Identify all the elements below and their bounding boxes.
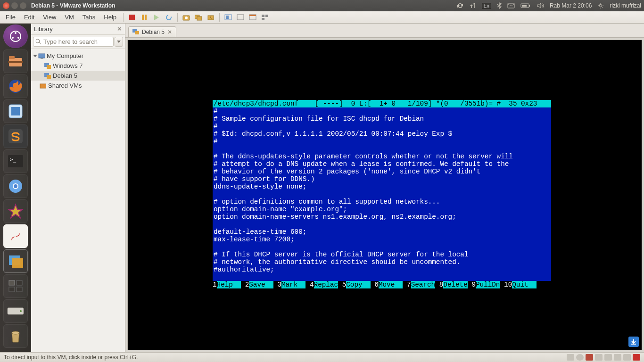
close-library-icon[interactable]: ✕ bbox=[117, 25, 122, 33]
launcher-disk[interactable] bbox=[3, 299, 28, 323]
expand-icon[interactable] bbox=[33, 55, 37, 57]
suspend-button[interactable] bbox=[139, 13, 149, 22]
device-floppy-icon[interactable] bbox=[586, 354, 593, 361]
svg-rect-8 bbox=[197, 16, 202, 20]
launcher-chromium[interactable] bbox=[3, 174, 28, 198]
play-button[interactable] bbox=[151, 13, 162, 22]
svg-rect-39 bbox=[9, 287, 15, 292]
library-title: Library bbox=[34, 25, 53, 33]
svg-rect-45 bbox=[39, 54, 45, 58]
editor-body: # # Sample configuration file for ISC dh… bbox=[213, 107, 551, 281]
launcher-firefox[interactable] bbox=[3, 74, 28, 98]
svg-rect-14 bbox=[249, 15, 256, 16]
close-tab-icon[interactable]: ✕ bbox=[167, 29, 172, 35]
battery-icon[interactable] bbox=[520, 3, 531, 8]
revert-button[interactable] bbox=[206, 13, 216, 22]
console-view-button[interactable] bbox=[248, 13, 258, 22]
svg-rect-0 bbox=[508, 3, 514, 8]
launcher-sublime[interactable] bbox=[3, 124, 28, 148]
vm-icon bbox=[44, 63, 51, 69]
tree-debian5[interactable]: Debian 5 bbox=[31, 71, 125, 81]
svg-rect-2 bbox=[529, 5, 530, 7]
tree-label: Shared VMs bbox=[48, 82, 82, 89]
svg-rect-36 bbox=[12, 258, 23, 268]
mail-icon[interactable] bbox=[507, 3, 515, 8]
menu-help[interactable]: Help bbox=[100, 12, 120, 22]
tree-windows7[interactable]: Windows 7 bbox=[31, 61, 125, 71]
launcher-pdf[interactable] bbox=[3, 224, 28, 248]
clock[interactable]: Rab Mar 2 20:06 bbox=[550, 2, 592, 9]
editor-status-line: /etc/dhcp3/dhcpd.conf [ ----] 0 L:[ 1+ 0… bbox=[213, 100, 551, 107]
tree-my-computer[interactable]: My Computer bbox=[31, 51, 125, 61]
user-menu[interactable]: rizki mufrizal bbox=[610, 2, 641, 9]
volume-icon[interactable] bbox=[537, 2, 544, 9]
tab-label: Debian 5 bbox=[142, 29, 165, 35]
restart-button[interactable] bbox=[164, 13, 174, 22]
menu-view[interactable]: View bbox=[39, 12, 60, 22]
unity-button[interactable] bbox=[235, 13, 246, 22]
svg-rect-11 bbox=[226, 16, 229, 19]
minimize-button[interactable] bbox=[11, 2, 18, 9]
tab-debian5[interactable]: Debian 5 ✕ bbox=[128, 26, 176, 37]
menu-edit[interactable]: Edit bbox=[20, 12, 38, 22]
launcher-dash[interactable] bbox=[3, 25, 28, 48]
launcher-star[interactable] bbox=[3, 199, 28, 223]
svg-point-20 bbox=[17, 37, 19, 39]
svg-rect-46 bbox=[41, 58, 43, 59]
device-network-icon[interactable] bbox=[595, 354, 603, 361]
bluetooth-icon[interactable] bbox=[497, 2, 502, 9]
snapshot-manager-button[interactable] bbox=[193, 13, 204, 22]
close-button[interactable] bbox=[3, 2, 9, 9]
device-cd-icon[interactable] bbox=[576, 354, 584, 361]
fullscreen-button[interactable] bbox=[223, 13, 233, 22]
power-off-button[interactable] bbox=[127, 13, 137, 22]
tree-shared-vms[interactable]: Shared VMs bbox=[31, 81, 125, 90]
status-bar: To direct input to this VM, click inside… bbox=[0, 352, 644, 362]
launcher-workspace[interactable] bbox=[3, 274, 28, 298]
device-printer-icon[interactable] bbox=[623, 354, 631, 361]
thumbnail-view-button[interactable] bbox=[260, 13, 270, 22]
chevron-down-icon bbox=[117, 41, 121, 43]
library-header: Library ✕ bbox=[31, 24, 125, 35]
vm-icon bbox=[44, 73, 51, 79]
svg-rect-12 bbox=[237, 15, 244, 20]
device-hdd-icon[interactable] bbox=[567, 354, 574, 361]
launcher-terminal[interactable]: >_ bbox=[3, 149, 28, 173]
launcher-files[interactable] bbox=[3, 49, 28, 73]
express-install-icon[interactable] bbox=[628, 337, 639, 347]
window-title: Debian 5 - VMware Workstation bbox=[31, 2, 115, 9]
vm-icon bbox=[132, 29, 139, 35]
status-text: To direct input to this VM, click inside… bbox=[4, 354, 138, 361]
text-editor: /etc/dhcp3/dhcpd.conf [ ----] 0 L:[ 1+ 0… bbox=[213, 100, 551, 288]
svg-rect-40 bbox=[17, 287, 22, 292]
vm-console[interactable]: /etc/dhcp3/dhcpd.conf [ ----] 0 L:[ 1+ 0… bbox=[127, 40, 642, 350]
device-usb-icon[interactable] bbox=[604, 354, 612, 361]
menu-tabs[interactable]: Tabs bbox=[79, 12, 99, 22]
app-menu-bar: File Edit View VM Tabs Help bbox=[0, 11, 644, 24]
svg-rect-37 bbox=[9, 280, 15, 285]
search-placeholder: Type here to search bbox=[43, 38, 98, 45]
search-dropdown[interactable] bbox=[115, 37, 123, 47]
sync-icon[interactable] bbox=[456, 2, 464, 9]
device-message-icon[interactable] bbox=[633, 354, 640, 361]
keyboard-language[interactable]: En bbox=[482, 3, 491, 9]
snapshot-button[interactable] bbox=[181, 13, 191, 22]
menu-vm[interactable]: VM bbox=[61, 12, 78, 22]
svg-point-19 bbox=[15, 32, 17, 34]
launcher-trash[interactable] bbox=[3, 324, 28, 348]
tab-strip: Debian 5 ✕ bbox=[125, 24, 644, 38]
svg-rect-38 bbox=[17, 280, 22, 285]
launcher-virtualbox[interactable] bbox=[3, 99, 28, 123]
menu-file[interactable]: File bbox=[2, 12, 19, 22]
settings-gear-icon[interactable] bbox=[597, 2, 604, 9]
launcher-vmware[interactable] bbox=[3, 249, 28, 273]
device-sound-icon[interactable] bbox=[614, 354, 621, 361]
svg-rect-48 bbox=[47, 65, 51, 69]
svg-rect-51 bbox=[40, 84, 46, 88]
svg-rect-27 bbox=[11, 107, 20, 115]
library-panel: Library ✕ Type here to search My Compute… bbox=[31, 24, 125, 352]
library-search-input[interactable]: Type here to search bbox=[33, 37, 114, 47]
maximize-button[interactable] bbox=[20, 2, 26, 9]
svg-point-4 bbox=[600, 5, 602, 7]
network-icon[interactable] bbox=[470, 2, 476, 9]
